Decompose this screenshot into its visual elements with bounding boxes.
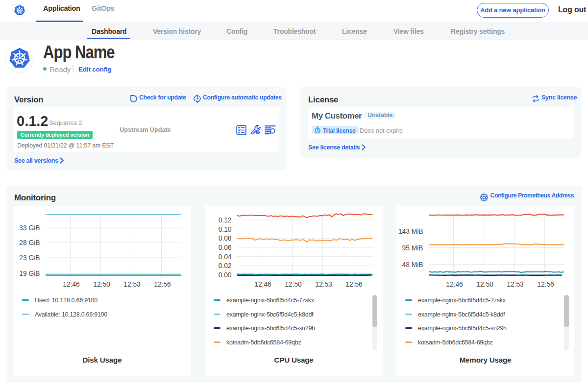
svg-text:95 MiB: 95 MiB — [402, 244, 423, 252]
svg-text:12:50: 12:50 — [93, 281, 110, 288]
svg-text:0.10: 0.10 — [219, 226, 232, 233]
svg-text:28 GiB: 28 GiB — [19, 239, 40, 246]
svg-text:12:56: 12:56 — [537, 281, 554, 288]
svg-text:33 GiB: 33 GiB — [19, 224, 40, 232]
svg-text:12:50: 12:50 — [285, 281, 302, 288]
svg-text:143 MiB: 143 MiB — [398, 228, 423, 235]
svg-text:0.00: 0.00 — [219, 271, 232, 279]
svg-text:12:53: 12:53 — [507, 281, 524, 288]
svg-text:0.02: 0.02 — [219, 262, 232, 269]
svg-text:23 GiB: 23 GiB — [19, 254, 40, 262]
svg-text:0.08: 0.08 — [219, 235, 232, 242]
svg-text:12:53: 12:53 — [123, 281, 141, 288]
svg-text:0.06: 0.06 — [219, 244, 232, 251]
svg-text:12:53: 12:53 — [315, 281, 332, 288]
svg-text:48 MiB: 48 MiB — [402, 261, 423, 268]
svg-text:12:46: 12:46 — [63, 281, 80, 288]
svg-text:0.04: 0.04 — [219, 253, 232, 261]
svg-text:12:46: 12:46 — [446, 281, 463, 288]
svg-text:12:56: 12:56 — [154, 281, 171, 288]
svg-text:19 GiB: 19 GiB — [19, 270, 40, 277]
svg-text:12:46: 12:46 — [254, 281, 271, 288]
svg-text:12:50: 12:50 — [476, 281, 493, 288]
svg-text:0.12: 0.12 — [219, 217, 232, 224]
svg-text:12:56: 12:56 — [345, 281, 363, 288]
